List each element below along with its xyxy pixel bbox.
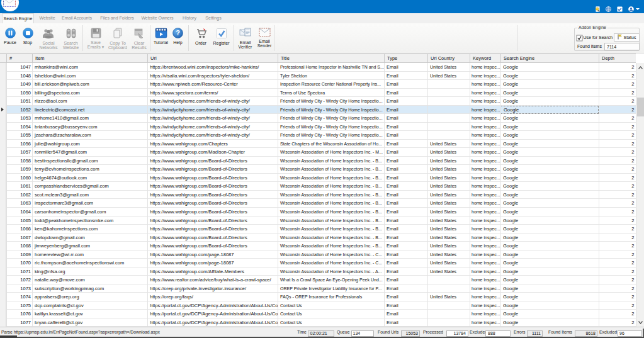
svg-text:?: ? <box>176 29 180 37</box>
